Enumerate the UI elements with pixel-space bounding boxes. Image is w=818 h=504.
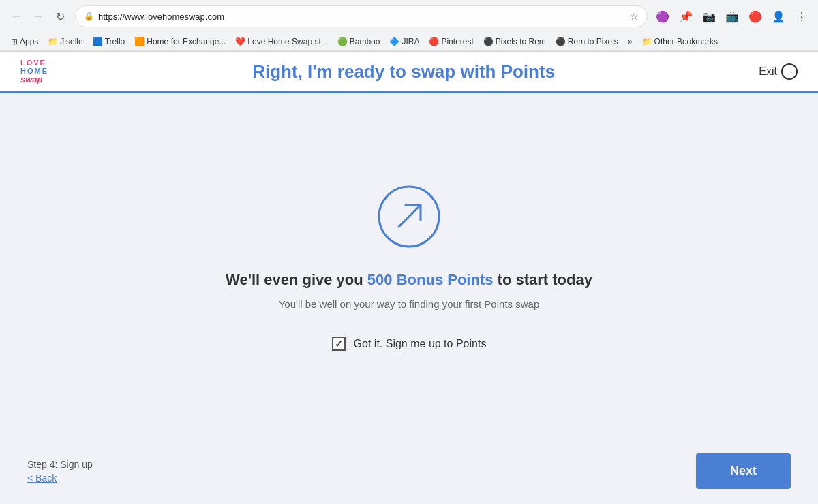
browser-toolbar: ← → ↻ 🔒 https://www.lovehomeswap.com ☆ 🟣… <box>0 0 818 33</box>
apps-icon: ⊞ <box>11 37 18 46</box>
menu-icon[interactable]: ⋮ <box>792 7 811 26</box>
pixels-rem-icon: ⚫ <box>483 37 494 46</box>
bookmark-apps[interactable]: ⊞ Apps <box>7 35 42 48</box>
pinterest-bm-icon: 🔴 <box>429 37 439 46</box>
checkbox-label: Got it. Sign me up to Points <box>354 338 487 350</box>
extension-icon-2[interactable]: 📌 <box>676 7 695 26</box>
bookmark-rem-to-pixels[interactable]: ⚫ Rem to Pixels <box>551 35 622 48</box>
forward-nav-button[interactable]: → <box>29 7 48 26</box>
bookmark-other-label: Other Bookmarks <box>654 37 718 46</box>
exit-label: Exit <box>759 65 777 78</box>
trello-icon: 🟦 <box>93 37 103 46</box>
bookmark-lhs-label: Love Home Swap st... <box>247 37 327 46</box>
bookmark-trello[interactable]: 🟦 Trello <box>89 35 130 48</box>
more-bookmarks-label: » <box>628 37 633 46</box>
bookmark-other[interactable]: 📁 Other Bookmarks <box>638 35 722 48</box>
secure-icon: 🔒 <box>84 12 94 21</box>
headline: We'll even give you 500 Bonus Points to … <box>226 271 592 289</box>
address-bar[interactable]: 🔒 https://www.lovehomeswap.com ☆ <box>75 5 648 27</box>
logo-love: LOVE <box>20 59 48 67</box>
bookmark-jiselle[interactable]: 📁 Jiselle <box>44 35 87 48</box>
bookmark-pinterest-label: Pinterest <box>441 37 473 46</box>
exit-arrow-icon: → <box>781 63 798 80</box>
bookmark-jira[interactable]: 🔷 JIRA <box>385 35 423 48</box>
bookmark-home-exchange[interactable]: 🟧 Home for Exchange... <box>130 35 230 48</box>
toolbar-icons: 🟣 📌 📷 📺 🔴 👤 ⋮ <box>653 7 811 26</box>
bookmark-jiselle-label: Jiselle <box>60 37 82 46</box>
bamboo-icon: 🟢 <box>337 37 348 46</box>
page-wrapper: LOVE HOME swap Right, I'm ready to swap … <box>0 52 818 504</box>
bookmark-bamboo[interactable]: 🟢 Bamboo <box>333 35 384 48</box>
page-title: Right, I'm ready to swap with Points <box>48 61 759 82</box>
bookmark-rem-pixels-label: Rem to Pixels <box>568 37 618 46</box>
headline-after: to start today <box>493 271 592 288</box>
rem-pixels-icon: ⚫ <box>556 37 566 46</box>
main-content: We'll even give you 500 Bonus Points to … <box>0 93 818 439</box>
site-logo: LOVE HOME swap <box>20 59 48 84</box>
bookmark-star-icon[interactable]: ☆ <box>630 11 639 22</box>
browser-chrome: ← → ↻ 🔒 https://www.lovehomeswap.com ☆ 🟣… <box>0 0 818 52</box>
bookmark-love-home-swap[interactable]: ❤️ Love Home Swap st... <box>231 35 331 48</box>
bookmarks-bar: ⊞ Apps 📁 Jiselle 🟦 Trello 🟧 Home for Exc… <box>0 33 818 51</box>
pinterest-icon[interactable]: 🔴 <box>746 7 765 26</box>
back-nav-button[interactable]: ← <box>7 7 26 26</box>
exit-button[interactable]: Exit → <box>759 63 798 80</box>
bookmark-pixels-to-rem[interactable]: ⚫ Pixels to Rem <box>479 35 550 48</box>
signup-checkbox[interactable]: ✓ <box>332 337 346 351</box>
extension-icon-1[interactable]: 🟣 <box>653 7 672 26</box>
svg-line-1 <box>399 206 419 227</box>
bookmark-jira-label: JIRA <box>402 37 419 46</box>
camera-icon[interactable]: 📷 <box>699 7 718 26</box>
checkbox-row: ✓ Got it. Sign me up to Points <box>332 337 487 351</box>
bookmark-bamboo-label: Bamboo <box>350 37 380 46</box>
reload-button[interactable]: ↻ <box>50 7 70 26</box>
other-bookmarks-icon: 📁 <box>642 37 652 46</box>
bookmark-apps-label: Apps <box>20 37 38 46</box>
bookmark-pixels-rem-label: Pixels to Rem <box>496 37 546 46</box>
url-text: https://www.lovehomeswap.com <box>98 12 626 22</box>
page-footer: Step 4: Sign up < Back Next <box>0 439 818 504</box>
logo-swap: swap <box>20 75 48 84</box>
profile-icon[interactable]: 👤 <box>769 7 788 26</box>
checkbox-check-icon: ✓ <box>335 338 343 349</box>
bookmark-more[interactable]: » <box>624 35 637 48</box>
folder-icon: 📁 <box>48 37 58 46</box>
arrow-circle-icon <box>375 183 443 251</box>
headline-before: We'll even give you <box>226 271 367 288</box>
bookmark-pinterest[interactable]: 🔴 Pinterest <box>425 35 477 48</box>
heart-icon: ❤️ <box>235 37 245 46</box>
home-exchange-icon: 🟧 <box>134 37 145 46</box>
next-button[interactable]: Next <box>696 453 791 489</box>
subtext: You'll be well on your way to finding yo… <box>279 298 540 310</box>
bookmark-home-exchange-label: Home for Exchange... <box>147 37 226 46</box>
site-header: LOVE HOME swap Right, I'm ready to swap … <box>0 52 818 93</box>
cast-icon[interactable]: 📺 <box>723 7 742 26</box>
jira-icon: 🔷 <box>389 37 399 46</box>
step-label: Step 4: Sign up <box>27 459 93 470</box>
step-info: Step 4: Sign up < Back <box>27 459 93 484</box>
back-link[interactable]: < Back <box>27 473 93 484</box>
bookmark-trello-label: Trello <box>105 37 125 46</box>
nav-buttons: ← → ↻ <box>7 7 70 26</box>
headline-highlight: 500 Bonus Points <box>367 271 494 288</box>
